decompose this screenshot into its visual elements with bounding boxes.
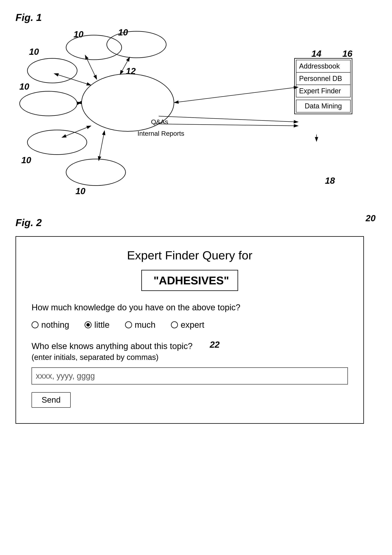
node-ellipse-ml — [19, 91, 77, 116]
ref-18: 18 — [325, 175, 335, 186]
fig2-section: Fig. 2 20 Expert Finder Query for "ADHES… — [15, 217, 377, 424]
node-ellipse-tl1 — [27, 58, 77, 83]
db-inner-box: Addressbook Personnel DB Expert Finder — [296, 60, 351, 97]
radio-expert[interactable]: expert — [171, 320, 204, 330]
radio-circle-little[interactable] — [85, 321, 92, 328]
ref-22: 22 — [210, 339, 219, 350]
radio-label-expert: expert — [181, 320, 204, 330]
radio-little[interactable]: little — [85, 320, 109, 330]
radio-label-much: much — [135, 320, 156, 330]
label-qas: Q&As — [151, 118, 168, 126]
send-button[interactable]: Send — [32, 392, 71, 408]
label-internal-reports: Internal Reports — [138, 130, 184, 137]
ef-question2-line2: (enter initials, separated by commas) — [32, 353, 193, 362]
ref22-wrapper: Who else knows anything about this topic… — [32, 341, 193, 367]
ref-10-tl1: 10 — [29, 46, 39, 57]
radio-circle-nothing[interactable] — [32, 321, 38, 328]
svg-line-7 — [99, 131, 105, 161]
ref-20: 20 — [366, 213, 376, 223]
ref-16: 16 — [342, 48, 352, 59]
radio-label-little: little — [94, 320, 109, 330]
svg-line-9 — [159, 116, 298, 122]
radio-circle-expert[interactable] — [171, 321, 178, 328]
database-box: Addressbook Personnel DB Expert Finder D… — [294, 58, 352, 114]
node-ellipse-bl1 — [27, 130, 87, 155]
ef-radio-group: nothing little much expert — [32, 320, 348, 330]
node-ellipse-tc — [107, 31, 167, 58]
ref-10-bl: 10 — [21, 155, 31, 165]
ref-10-bc: 10 — [75, 186, 85, 196]
ef-title: Expert Finder Query for — [32, 248, 348, 262]
radio-nothing[interactable]: nothing — [32, 320, 69, 330]
db-addressbook: Addressbook — [296, 60, 350, 73]
fig1-label: Fig. 1 — [15, 12, 377, 23]
ref-10-ml: 10 — [19, 81, 29, 92]
ef-topic: "ADHESIVES" — [141, 270, 238, 291]
svg-line-8 — [174, 87, 298, 102]
ref-14: 14 — [312, 48, 321, 59]
fig2-form: Expert Finder Query for "ADHESIVES" How … — [15, 236, 364, 424]
initials-input[interactable]: xxxx, yyyy, gggg — [32, 367, 348, 384]
ref-12: 12 — [126, 66, 136, 76]
db-expert-finder: Expert Finder — [296, 85, 350, 97]
ef-question1: How much knowledge do you have on the ab… — [32, 303, 348, 312]
ef-question2-line1: Who else knows anything about this topic… — [32, 341, 193, 351]
fig1-section: Fig. 1 10 10 10 10 10 10 12 14 16 18 Add… — [15, 12, 377, 194]
db-data-mining: Data Mining — [296, 100, 351, 112]
svg-line-5 — [77, 102, 81, 103]
node-ellipse-bl2 — [66, 159, 126, 186]
radio-circle-much[interactable] — [125, 321, 132, 328]
svg-line-10 — [155, 124, 298, 126]
radio-much[interactable]: much — [125, 320, 156, 330]
db-personnel: Personnel DB — [296, 73, 350, 85]
radio-label-nothing: nothing — [41, 320, 69, 330]
fig1-diagram: 10 10 10 10 10 10 12 14 16 18 Addressboo… — [15, 27, 364, 194]
ref-10-tl2: 10 — [73, 29, 83, 39]
fig2-label: Fig. 2 — [15, 217, 377, 228]
ref-10-tc: 10 — [118, 27, 128, 37]
radio-dot-little — [86, 323, 90, 327]
